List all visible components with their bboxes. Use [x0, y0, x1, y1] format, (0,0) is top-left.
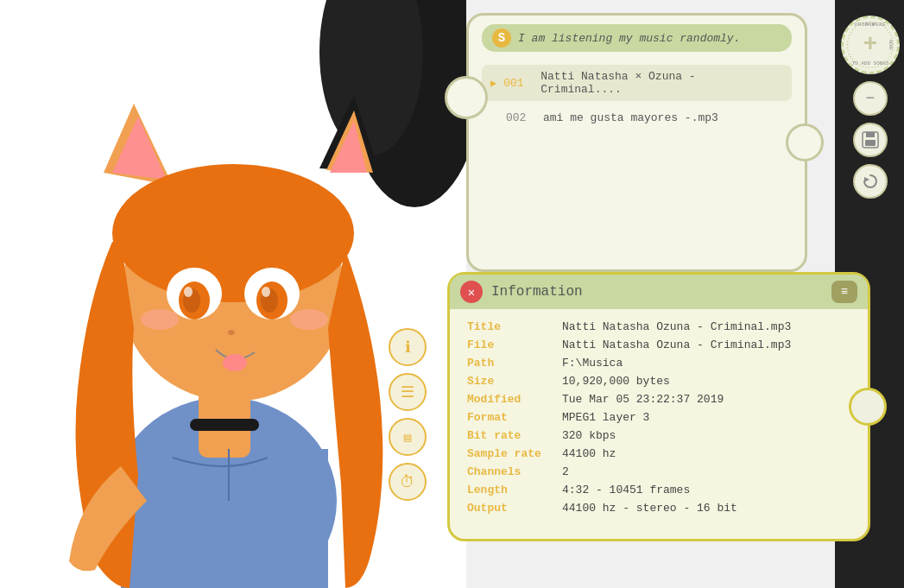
- playlist-header: S I am listening my music randomly.: [482, 24, 792, 52]
- list-tab-button[interactable]: ☰: [389, 373, 427, 411]
- playlist-item[interactable]: ▶ 001 Natti Natasha × Ozuna - Criminal..…: [482, 65, 792, 101]
- info-field-label: Modified: [467, 393, 562, 406]
- track-title: ami me gusta mayores -.mp3: [543, 111, 718, 124]
- info-field-label: File: [467, 338, 562, 351]
- info-row: PathF:\Musica: [467, 354, 850, 372]
- track-number: 001: [503, 77, 534, 90]
- info-row: Bit rate320 kbps: [467, 427, 850, 445]
- info-field-value: F:\Musica: [562, 357, 623, 370]
- info-field-value: 4:32 - 10451 frames: [562, 484, 690, 496]
- info-field-label: Size: [467, 375, 562, 388]
- control-buttons: DROP HERE + DROP HERE TO ADD SONGS −: [841, 16, 900, 199]
- svg-rect-6: [190, 419, 259, 431]
- clock-tab-button[interactable]: ⏱: [389, 463, 427, 501]
- info-field-value: Tue Mar 05 23:22:37 2019: [562, 393, 724, 406]
- info-menu-button[interactable]: ≡: [831, 281, 857, 303]
- refresh-icon: [861, 172, 880, 191]
- info-field-value: 44100 hz: [562, 447, 616, 460]
- info-panel-title: Information: [491, 284, 583, 300]
- info-icon: ℹ: [405, 338, 411, 357]
- play-indicator: ▶: [490, 77, 496, 90]
- info-field-label: Format: [467, 411, 562, 424]
- svg-rect-31: [865, 140, 876, 146]
- info-field-value: 320 kbps: [562, 429, 616, 442]
- info-field-value: 10,920,000 bytes: [562, 375, 670, 388]
- refresh-button[interactable]: [853, 164, 888, 199]
- info-field-label: Title: [467, 320, 562, 333]
- info-field-label: Sample rate: [467, 447, 562, 460]
- equalizer-icon: ▤: [404, 430, 411, 445]
- playlist-status-text: I am listening my music randomly.: [518, 32, 740, 45]
- info-row: Sample rate44100 hz: [467, 445, 850, 463]
- svg-rect-30: [866, 132, 875, 137]
- info-row: Size10,920,000 bytes: [467, 372, 850, 390]
- svg-point-25: [228, 330, 235, 335]
- list-icon: ☰: [401, 383, 414, 401]
- drop-zone-sublabel: TO ADD SONGS: [851, 60, 888, 66]
- close-icon: ✕: [468, 285, 475, 300]
- svg-marker-32: [864, 177, 869, 182]
- info-row: Length4:32 - 10451 frames: [467, 481, 850, 499]
- save-button[interactable]: [853, 123, 888, 157]
- menu-icon: ≡: [841, 285, 848, 299]
- playlist-connector: [445, 76, 488, 119]
- track-number: 002: [506, 111, 536, 124]
- shuffle-icon: S: [492, 28, 511, 47]
- info-panel-header: ✕ Information ≡: [450, 275, 868, 309]
- side-icon-panel: ℹ ☰ ▤ ⏱: [389, 328, 427, 501]
- remove-button[interactable]: −: [853, 81, 888, 116]
- info-field-value: Natti Natasha Ozuna - Criminal.mp3: [562, 320, 791, 333]
- info-field-label: Channels: [467, 465, 562, 478]
- track-title: Natti Natasha × Ozuna - Criminal....: [541, 70, 783, 96]
- playlist-right-circle: [786, 123, 824, 161]
- save-icon: [861, 130, 880, 149]
- minus-icon: −: [866, 90, 876, 107]
- info-row: Output44100 hz - stereo - 16 bit: [467, 499, 850, 517]
- drop-zone-label: DROP HERE: [855, 22, 887, 28]
- info-close-button[interactable]: ✕: [460, 281, 483, 303]
- info-table: TitleNatti Natasha Ozuna - Criminal.mp3F…: [450, 309, 868, 526]
- svg-rect-4: [121, 449, 328, 588]
- info-field-value: 2: [562, 465, 569, 478]
- svg-point-20: [184, 287, 193, 297]
- info-field-value: MPEG1 layer 3: [562, 411, 649, 424]
- info-field-label: Length: [467, 484, 562, 496]
- svg-point-21: [262, 287, 270, 297]
- svg-point-22: [141, 309, 179, 330]
- equalizer-tab-button[interactable]: ▤: [389, 418, 427, 456]
- info-field-label: Bit rate: [467, 429, 562, 442]
- information-panel: ✕ Information ≡ TitleNatti Natasha Ozuna…: [447, 272, 870, 541]
- clock-icon: ⏱: [400, 473, 415, 491]
- info-field-value: 44100 hz - stereo - 16 bit: [562, 502, 737, 515]
- playlist-panel: S I am listening my music randomly. ▶ 00…: [466, 13, 807, 272]
- info-row: FormatMPEG1 layer 3: [467, 408, 850, 427]
- info-row: FileNatti Natasha Ozuna - Criminal.mp3: [467, 336, 850, 354]
- info-row: ModifiedTue Mar 05 23:22:37 2019: [467, 390, 850, 408]
- add-songs-button[interactable]: DROP HERE + DROP HERE TO ADD SONGS: [841, 16, 900, 74]
- info-row: TitleNatti Natasha Ozuna - Criminal.mp3: [467, 318, 850, 336]
- svg-point-24: [223, 354, 247, 371]
- info-row: Channels2: [467, 463, 850, 481]
- playlist-item[interactable]: 002 ami me gusta mayores -.mp3: [482, 106, 792, 130]
- info-field-label: Output: [467, 502, 562, 515]
- svg-point-23: [290, 309, 328, 330]
- info-field-label: Path: [467, 357, 562, 370]
- info-tab-button[interactable]: ℹ: [389, 328, 427, 366]
- info-field-value: Natti Natasha Ozuna - Criminal.mp3: [562, 338, 791, 351]
- info-header-left: ✕ Information: [460, 281, 583, 303]
- info-scroll-circle: [849, 388, 887, 426]
